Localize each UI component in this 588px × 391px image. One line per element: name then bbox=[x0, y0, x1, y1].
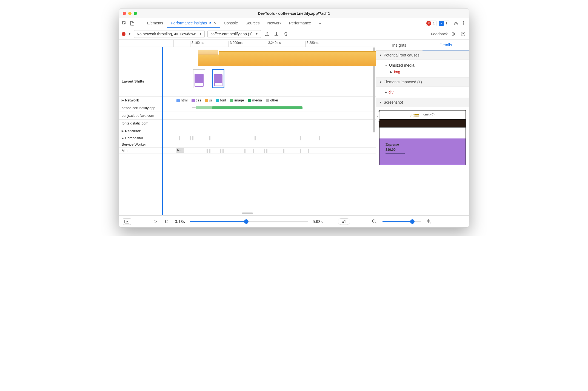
help-icon[interactable] bbox=[460, 31, 466, 37]
ss-nav: menu cart (0) bbox=[379, 110, 466, 119]
net-bar-stub[interactable] bbox=[192, 107, 196, 108]
zoom-slider[interactable] bbox=[383, 221, 421, 222]
inspect-element-icon[interactable] bbox=[121, 20, 128, 27]
row-label: Main bbox=[119, 148, 174, 154]
layout-shifts-row: Layout Shifts bbox=[119, 66, 376, 97]
task-tick[interactable] bbox=[264, 149, 265, 153]
time-slider[interactable] bbox=[190, 221, 308, 222]
tab-network[interactable]: Network bbox=[264, 18, 285, 28]
layout-shift-thumb[interactable] bbox=[193, 69, 205, 88]
slider-handle[interactable] bbox=[410, 219, 415, 224]
errors-badge[interactable]: ✕ 1 bbox=[426, 21, 437, 26]
throttling-label: No network throttling, 4× slowdown bbox=[137, 32, 196, 36]
status-badges: ✕ 1 ≡ 1 bbox=[426, 21, 449, 26]
section-screenshot[interactable]: ▼Screenshot bbox=[376, 98, 469, 107]
svg-rect-2 bbox=[132, 22, 134, 25]
section-root-causes[interactable]: ▼Potential root causes bbox=[376, 51, 469, 60]
horizontal-scrollbar[interactable] bbox=[242, 212, 253, 214]
task-tick[interactable] bbox=[283, 149, 284, 153]
net-bar[interactable] bbox=[212, 106, 302, 109]
row-label[interactable]: ▶Compositor bbox=[119, 135, 174, 141]
devtools-tabbar: Elements Performance insights ⚗ ✕ Consol… bbox=[119, 18, 469, 28]
row-label[interactable]: ▶Network bbox=[119, 97, 174, 104]
error-icon: ✕ bbox=[426, 21, 431, 26]
task-tick[interactable] bbox=[266, 149, 267, 153]
item-img[interactable]: ▶img bbox=[379, 69, 466, 75]
import-icon[interactable] bbox=[273, 31, 280, 37]
toolbar-settings-icon[interactable] bbox=[450, 31, 457, 37]
task-tick[interactable] bbox=[209, 136, 210, 140]
task-tick[interactable] bbox=[319, 136, 320, 140]
tab-elements[interactable]: Elements bbox=[143, 18, 167, 28]
tab-details[interactable]: Details bbox=[423, 40, 469, 50]
task-tick[interactable] bbox=[190, 136, 191, 140]
tab-insights[interactable]: Insights bbox=[376, 40, 423, 50]
task-tick[interactable] bbox=[244, 149, 246, 153]
playhead-indicator[interactable] bbox=[162, 47, 163, 215]
settings-icon[interactable] bbox=[453, 20, 459, 27]
root-causes-content: ▼Unsized media ▶img bbox=[376, 60, 469, 78]
flame-segment[interactable] bbox=[198, 50, 218, 55]
time-ruler[interactable]: 3,160ms 3,200ms 3,240ms 3,280ms bbox=[119, 40, 376, 47]
net-bar-light[interactable] bbox=[196, 106, 212, 109]
task-tick[interactable] bbox=[220, 149, 221, 153]
tab-performance-insights[interactable]: Performance insights ⚗ ✕ bbox=[167, 18, 220, 28]
item-div[interactable]: ▶div bbox=[379, 89, 466, 95]
messages-badge[interactable]: ≡ 1 bbox=[439, 21, 449, 26]
flask-icon: ⚗ bbox=[209, 21, 212, 25]
legend-label: media bbox=[252, 98, 262, 102]
row-label[interactable]: ▶Renderer bbox=[119, 127, 174, 135]
task-tick[interactable] bbox=[207, 149, 208, 153]
playback-speed[interactable]: x1 bbox=[338, 218, 350, 225]
target-label: coffee-cart.netlify.app (1) bbox=[210, 32, 253, 36]
timeline-body[interactable]: Layout Shifts ▶Network html css js font … bbox=[119, 47, 376, 215]
close-tab-icon[interactable]: ✕ bbox=[213, 21, 216, 25]
kebab-menu-icon[interactable] bbox=[460, 20, 467, 27]
skip-to-start-button[interactable] bbox=[163, 218, 170, 225]
svg-point-4 bbox=[463, 21, 464, 22]
record-dropdown-icon[interactable]: ▼ bbox=[128, 32, 131, 35]
delete-icon[interactable] bbox=[282, 31, 289, 37]
chevron-down-icon: ▼ bbox=[379, 101, 382, 104]
flame-row bbox=[119, 47, 376, 66]
tab-label: Network bbox=[267, 21, 281, 25]
ruler-tick: 3,160ms bbox=[190, 41, 204, 47]
task-tick[interactable] bbox=[209, 149, 210, 153]
section-title: Potential root causes bbox=[384, 53, 419, 57]
play-button[interactable] bbox=[152, 218, 158, 225]
task-tick[interactable] bbox=[179, 136, 180, 140]
tab-console[interactable]: Console bbox=[220, 18, 242, 28]
task-tick[interactable] bbox=[255, 136, 256, 140]
throttling-dropdown[interactable]: No network throttling, 4× slowdown ▼ bbox=[134, 30, 205, 38]
task-tick[interactable] bbox=[253, 149, 254, 153]
tab-sources[interactable]: Sources bbox=[242, 18, 263, 28]
device-toolbar-icon[interactable] bbox=[129, 20, 135, 27]
export-icon[interactable] bbox=[264, 31, 270, 37]
more-tabs-button[interactable]: » bbox=[315, 18, 325, 28]
flame-segment[interactable] bbox=[219, 51, 376, 66]
error-count: 1 bbox=[431, 21, 436, 25]
main-task[interactable]: R... bbox=[176, 148, 184, 153]
chevron-right-icon: ▶ bbox=[385, 91, 387, 94]
tab-performance[interactable]: Performance bbox=[285, 18, 315, 28]
task-tick[interactable] bbox=[300, 149, 301, 153]
zoom-in-button[interactable] bbox=[426, 218, 432, 225]
target-dropdown[interactable]: coffee-cart.netlify.app (1) ▼ bbox=[207, 30, 261, 38]
zoom-out-button[interactable] bbox=[371, 218, 378, 225]
task-tick[interactable] bbox=[300, 136, 301, 140]
task-tick[interactable] bbox=[308, 149, 309, 153]
record-button[interactable] bbox=[122, 32, 125, 36]
insights-toolbar: ▼ No network throttling, 4× slowdown ▼ c… bbox=[119, 28, 469, 40]
task-tick[interactable] bbox=[222, 149, 224, 153]
element-tag: div bbox=[389, 90, 393, 94]
item-unsized-media[interactable]: ▼Unsized media bbox=[379, 62, 466, 69]
layout-shift-thumb-selected[interactable] bbox=[212, 69, 224, 88]
toggle-preview-button[interactable] bbox=[123, 218, 131, 225]
collapse-panel-button[interactable]: › bbox=[376, 111, 379, 122]
section-elements-impacted[interactable]: ▼Elements impacted (1) bbox=[376, 78, 469, 87]
svg-point-5 bbox=[463, 23, 464, 24]
task-tick[interactable] bbox=[192, 136, 193, 140]
legend-label: html bbox=[181, 98, 188, 102]
feedback-link[interactable]: Feedback bbox=[431, 32, 448, 36]
slider-handle[interactable] bbox=[244, 219, 249, 224]
